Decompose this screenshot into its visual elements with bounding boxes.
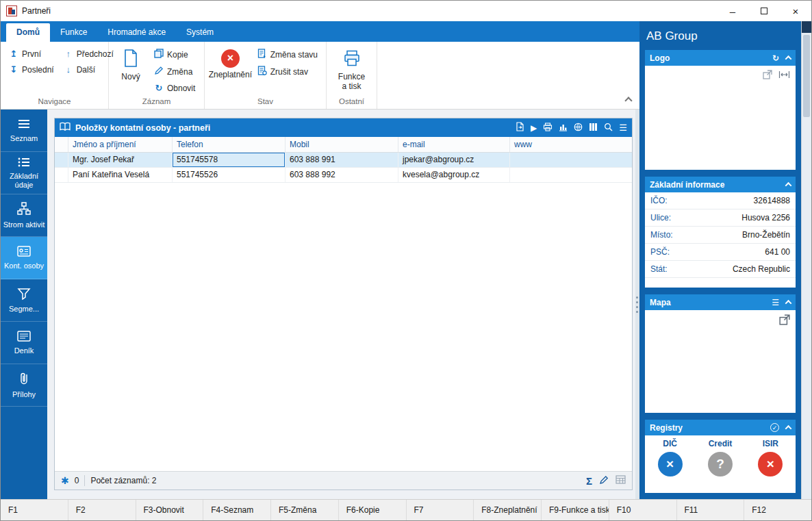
logo-section-header[interactable]: Logo ↻ bbox=[645, 50, 796, 66]
basic-info-collapse-chevron-icon[interactable] bbox=[785, 182, 792, 189]
fkey-f5-zmena[interactable]: F5-Změna bbox=[271, 500, 339, 520]
export-document-icon[interactable] bbox=[516, 122, 524, 134]
scrollbar-top-button[interactable] bbox=[802, 21, 811, 33]
last-button[interactable]: ↧ Poslední bbox=[5, 62, 58, 77]
tab-funkce[interactable]: Funkce bbox=[50, 23, 97, 42]
minimize-button[interactable]: – bbox=[717, 1, 748, 21]
column-header-phone[interactable]: Telefon bbox=[173, 137, 286, 152]
table-row[interactable]: Paní Kateřina Veselá 551745526 603 888 9… bbox=[55, 168, 632, 183]
mapa-collapse-chevron-icon[interactable] bbox=[785, 300, 792, 307]
sidebar-item-segmentace[interactable]: Segme... bbox=[1, 279, 47, 322]
record-count-label: Počet záznamů: 2 bbox=[90, 476, 156, 485]
contact-card-icon bbox=[17, 246, 31, 259]
grid-menu-icon[interactable]: ☰ bbox=[619, 123, 627, 133]
first-label: První bbox=[22, 49, 41, 59]
fkey-f9-funkce-a-tisk[interactable]: F9-Funkce a tisk bbox=[542, 500, 609, 520]
copy-button[interactable]: Kopie bbox=[150, 46, 199, 63]
cancel-state-button[interactable]: Zrušit stav bbox=[253, 63, 322, 80]
column-header-www[interactable]: www bbox=[510, 137, 632, 152]
grid-view-icon[interactable] bbox=[616, 475, 626, 486]
logo-open-external-icon[interactable] bbox=[763, 70, 772, 81]
columns-icon[interactable] bbox=[589, 123, 598, 134]
play-icon[interactable]: ▶ bbox=[531, 123, 537, 133]
dic-status-icon[interactable]: × bbox=[658, 452, 683, 476]
psc-value: 641 00 bbox=[765, 247, 790, 257]
search-settings-icon[interactable] bbox=[604, 123, 613, 134]
close-button[interactable]: × bbox=[780, 1, 811, 21]
credit-status-icon[interactable]: ? bbox=[708, 452, 733, 476]
maximize-button[interactable] bbox=[748, 1, 780, 21]
fkey-f6-kopie[interactable]: F6-Kopie bbox=[339, 500, 407, 520]
tab-domu[interactable]: Domů bbox=[6, 23, 50, 42]
mapa-open-external-icon[interactable] bbox=[779, 314, 790, 327]
cell-www[interactable] bbox=[510, 168, 632, 182]
registry-section-header[interactable]: Registry ✓ bbox=[645, 420, 796, 435]
table-row[interactable]: Mgr. Josef Pekař 551745578 603 888 991 j… bbox=[55, 153, 632, 168]
cell-www[interactable] bbox=[510, 153, 632, 167]
row-selector-cell[interactable] bbox=[55, 168, 68, 182]
column-header-mobile[interactable]: Mobil bbox=[286, 137, 398, 152]
mapa-section-header[interactable]: Mapa ☰ bbox=[645, 294, 796, 310]
fkey-f7[interactable]: F7 bbox=[407, 500, 474, 520]
column-header-email[interactable]: e-mail bbox=[398, 137, 510, 152]
refresh-button[interactable]: ↻ Obnovit bbox=[150, 80, 199, 96]
chart-icon[interactable] bbox=[559, 123, 568, 134]
cell-phone[interactable]: 551745526 bbox=[173, 168, 286, 182]
cell-name[interactable]: Mgr. Josef Pekař bbox=[68, 153, 173, 167]
cell-email[interactable]: jpekar@abgroup.cz bbox=[398, 153, 510, 167]
main-grid-area: Položky kontatní osoby - partneři ▶ ☰ bbox=[47, 110, 635, 499]
panel-scrollbar[interactable] bbox=[801, 21, 811, 499]
cell-email[interactable]: kvesela@abgroup.cz bbox=[398, 168, 510, 182]
basic-info-section-header[interactable]: Základní informace bbox=[645, 177, 796, 192]
new-button[interactable]: Nový bbox=[113, 46, 149, 84]
fkey-f8-zneplatneni[interactable]: F8-Zneplatnění bbox=[474, 500, 542, 520]
stat-value: Czech Republic bbox=[733, 264, 790, 274]
detail-list-icon bbox=[17, 157, 31, 170]
column-header-name[interactable]: Jméno a příjmení bbox=[68, 137, 173, 152]
sidebar-item-zakladni-udaje[interactable]: Základní údaje bbox=[1, 152, 47, 194]
fkey-f3-obnovit[interactable]: F3-Obnovit bbox=[136, 500, 204, 520]
invalidate-button[interactable]: × Zneplatnění bbox=[209, 46, 252, 81]
functions-print-button[interactable]: Funkce a tisk bbox=[331, 46, 372, 92]
edit-pencil-icon[interactable] bbox=[599, 475, 609, 487]
sidebar: Seznam Základní údaje Strom aktivit Kont… bbox=[1, 110, 47, 499]
cell-phone[interactable]: 551745578 bbox=[173, 153, 286, 167]
web-icon[interactable] bbox=[574, 123, 583, 134]
isir-status-icon[interactable]: × bbox=[758, 452, 783, 476]
edit-button[interactable]: Změna bbox=[150, 63, 199, 80]
fkey-f4-seznam[interactable]: F4-Seznam bbox=[203, 500, 271, 520]
row-selector-cell[interactable] bbox=[55, 153, 68, 167]
sidebar-item-strom-aktivit[interactable]: Strom aktivit bbox=[1, 194, 47, 237]
change-state-button[interactable]: Změna stavu bbox=[253, 46, 322, 63]
fkey-f2[interactable]: F2 bbox=[68, 500, 136, 520]
cell-name[interactable]: Paní Kateřina Veselá bbox=[68, 168, 173, 182]
logo-refresh-icon[interactable]: ↻ bbox=[772, 53, 779, 63]
fkey-f10[interactable]: F10 bbox=[609, 500, 677, 520]
fkey-f12[interactable]: F12 bbox=[744, 500, 811, 520]
cell-mobile[interactable]: 603 888 991 bbox=[286, 153, 398, 167]
fkey-f11[interactable]: F11 bbox=[677, 500, 745, 520]
ribbon-collapse-chevron-icon[interactable] bbox=[624, 97, 632, 104]
sidebar-item-kont-osoby[interactable]: Kont. osoby bbox=[1, 237, 47, 279]
print-icon[interactable] bbox=[543, 123, 553, 134]
first-button[interactable]: ↥ První bbox=[5, 46, 58, 62]
invalidate-label: Zneplatnění bbox=[209, 71, 252, 80]
panel-splitter[interactable] bbox=[635, 110, 639, 499]
logo-collapse-chevron-icon[interactable] bbox=[785, 55, 792, 62]
fkey-f1[interactable]: F1 bbox=[1, 500, 68, 520]
sidebar-item-denik[interactable]: Deník bbox=[1, 322, 47, 364]
registry-collapse-chevron-icon[interactable] bbox=[785, 425, 792, 432]
cell-mobile[interactable]: 603 888 992 bbox=[286, 168, 398, 182]
sum-icon[interactable]: Σ bbox=[586, 475, 592, 487]
tab-hromadne-akce[interactable]: Hromadné akce bbox=[97, 23, 176, 42]
info-row-misto: Místo: Brno-Žebětín bbox=[645, 227, 796, 244]
scrollbar-thumb[interactable] bbox=[803, 35, 810, 117]
stat-label: Stát: bbox=[650, 264, 668, 274]
fit-width-icon[interactable] bbox=[778, 71, 790, 81]
tab-system[interactable]: Systém bbox=[176, 23, 224, 42]
sidebar-item-prilohy[interactable]: Přílohy bbox=[1, 364, 47, 407]
registry-check-icon[interactable]: ✓ bbox=[770, 423, 779, 432]
mapa-menu-icon[interactable]: ☰ bbox=[772, 298, 779, 307]
dic-label: DIČ bbox=[663, 439, 677, 448]
sidebar-item-seznam[interactable]: Seznam bbox=[1, 110, 47, 152]
